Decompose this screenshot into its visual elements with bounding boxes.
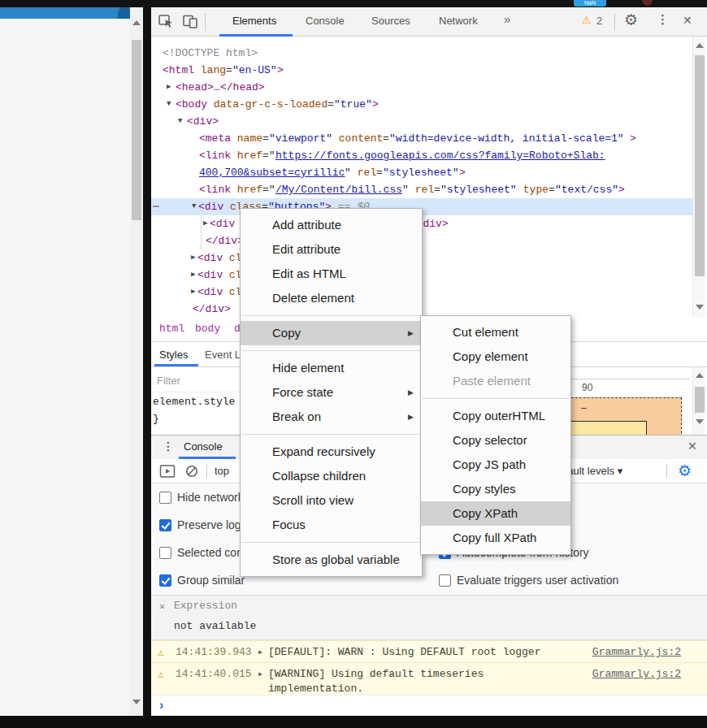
expand-arrow-icon[interactable]: ▶: [203, 215, 207, 232]
menu-item-edit-as-html[interactable]: Edit as HTML: [241, 262, 422, 286]
close-drawer-icon[interactable]: ✕: [687, 440, 697, 453]
expression-close-icon[interactable]: ✕: [159, 600, 165, 613]
code-token: =": [262, 147, 275, 164]
menu-item-force-state[interactable]: Force state▶: [241, 380, 422, 405]
menu-item-copy-full-xpath[interactable]: Copy full XPath: [421, 526, 570, 550]
dom-row[interactable]: 400,700&subset=cyrillic" rel="stylesheet…: [151, 164, 692, 181]
tab-styles[interactable]: Styles: [159, 349, 188, 361]
checkbox[interactable]: [159, 519, 171, 531]
console-settings-gear-icon[interactable]: ⚙: [678, 462, 692, 480]
expand-arrow-icon[interactable]: ▶: [191, 284, 195, 301]
checkbox[interactable]: [439, 574, 451, 587]
styles-scrollbar[interactable]: [692, 367, 705, 435]
tab-elements[interactable]: Elements: [232, 15, 276, 27]
console-prompt[interactable]: ›: [151, 695, 707, 716]
menu-item-expand-recursively[interactable]: Expand recursively: [241, 440, 422, 464]
expand-arrow-icon[interactable]: ▼: [178, 113, 182, 130]
dom-row[interactable]: <!DOCTYPE html>: [151, 45, 692, 62]
box-model-border[interactable]: [569, 421, 647, 435]
console-warning-row[interactable]: ⚠ 14:41:40.015 ▶ [WARNING] Using default…: [151, 662, 707, 695]
elements-scrollbar-thumb[interactable]: [695, 55, 705, 276]
expand-arrow-icon[interactable]: ▶: [191, 249, 195, 266]
menu-item-add-attribute[interactable]: Add attribute: [241, 213, 422, 237]
more-options-icon[interactable]: ⋮: [657, 12, 669, 27]
expand-triangle-icon[interactable]: ▶: [258, 648, 262, 656]
tree-guide-line: [201, 215, 202, 249]
toolbar-separator: [206, 464, 207, 479]
dom-row[interactable]: ▼<body data-gr-c-s-loaded="true">: [151, 96, 692, 113]
expand-arrow-icon[interactable]: ▶: [191, 266, 195, 284]
console-sidebar-icon[interactable]: [159, 464, 176, 482]
menu-item-copy-outerhtml[interactable]: Copy outerHTML: [421, 404, 570, 428]
warning-count[interactable]: 2: [596, 15, 602, 27]
dom-row[interactable]: <meta name="viewport" content="width=dev…: [151, 130, 692, 147]
tab-network[interactable]: Network: [439, 15, 478, 27]
clear-console-icon[interactable]: [185, 465, 198, 481]
expand-arrow-icon[interactable]: ▼: [167, 96, 171, 113]
console-context-dropdown[interactable]: top: [215, 465, 229, 477]
settings-gear-icon[interactable]: ⚙: [624, 11, 638, 29]
tab-console[interactable]: Console: [306, 15, 345, 27]
console-warning-row[interactable]: ⚠ 14:41:39.943 ▶ [DEFAULT]: WARN : Using…: [151, 640, 707, 662]
submenu-arrow-icon: ▶: [408, 380, 414, 405]
message-source-link[interactable]: Grammarly.js:2: [592, 668, 681, 680]
expand-arrow-icon[interactable]: ▼: [192, 198, 196, 215]
tab-console-drawer[interactable]: Console: [184, 440, 223, 453]
dom-row[interactable]: ▼<div>: [151, 113, 692, 130]
attribute-link[interactable]: https://fonts.googleapis.com/css?family=…: [275, 147, 605, 164]
dom-row[interactable]: <html lang="en-US">: [151, 62, 692, 79]
menu-item-copy-element[interactable]: Copy element: [421, 344, 570, 369]
crumb-body[interactable]: body: [195, 323, 220, 335]
menu-item-collapse-children[interactable]: Collapse children: [241, 464, 422, 488]
drawer-menu-dots-icon[interactable]: ⋮: [163, 440, 174, 453]
menu-item-copy-selector[interactable]: Copy selector: [421, 428, 570, 453]
close-devtools-icon[interactable]: ✕: [683, 14, 692, 27]
menu-item-copy-xpath[interactable]: Copy XPath: [421, 501, 570, 526]
elements-scrollbar[interactable]: [692, 37, 705, 317]
expand-arrow-icon[interactable]: ▶: [167, 79, 171, 96]
menu-item-scroll-into-view[interactable]: Scroll into view: [241, 488, 422, 513]
code-token: rel: [351, 164, 376, 181]
message-source-link[interactable]: Grammarly.js:2: [592, 646, 681, 658]
attribute-link[interactable]: /My/Content/bill.css: [275, 181, 402, 198]
menu-item-focus[interactable]: Focus: [241, 513, 422, 537]
box-model-widget[interactable]: 90 –: [563, 367, 692, 435]
scroll-up-arrow-icon[interactable]: [696, 373, 704, 378]
dom-row[interactable]: ▶<head>…</head>: [151, 79, 692, 96]
menu-item-copy-js-path[interactable]: Copy JS path: [421, 453, 570, 477]
checkbox[interactable]: [159, 547, 171, 559]
scroll-down-arrow-icon[interactable]: [696, 419, 704, 424]
crumb-html[interactable]: html: [159, 323, 184, 335]
expand-triangle-icon[interactable]: ▶: [258, 670, 262, 678]
page-scrollbar[interactable]: [130, 7, 143, 716]
menu-item-copy-styles[interactable]: Copy styles: [421, 477, 570, 501]
devtools-divider[interactable]: [143, 7, 151, 716]
attribute-link[interactable]: 400,700&subset=cyrillic: [199, 164, 345, 181]
checkbox[interactable]: [159, 492, 171, 504]
scroll-up-arrow-icon[interactable]: [696, 43, 704, 48]
menu-item-copy[interactable]: Copy▶: [241, 321, 422, 345]
dom-row[interactable]: <link href="/My/Content/bill.css" rel="s…: [151, 181, 692, 198]
styles-scrollbar-thumb[interactable]: [695, 387, 705, 413]
menu-item-edit-attribute[interactable]: Edit attribute: [241, 237, 422, 262]
menu-item-cut-element[interactable]: Cut element: [421, 320, 570, 344]
code-token: "text/css": [555, 181, 618, 198]
checkbox[interactable]: [159, 574, 171, 587]
inspect-element-icon[interactable]: [158, 13, 174, 29]
menu-item-hide-element[interactable]: Hide element: [241, 356, 422, 380]
menu-item-store-as-global-variable[interactable]: Store as global variable: [241, 548, 422, 572]
menu-item-break-on[interactable]: Break on▶: [241, 405, 422, 429]
page-scrollbar-thumb[interactable]: [132, 40, 141, 220]
dom-row[interactable]: <link href="https://fonts.googleapis.com…: [151, 147, 692, 164]
setting-evaluate-triggers-user-activation[interactable]: Evaluate triggers user activation: [439, 574, 707, 590]
scroll-up-arrow-icon[interactable]: [132, 20, 141, 25]
warning-icon[interactable]: ⚠: [582, 14, 592, 26]
tab-sources[interactable]: Sources: [371, 15, 410, 27]
more-tabs-icon[interactable]: »: [504, 12, 510, 26]
code-token: href: [231, 147, 262, 164]
menu-item-delete-element[interactable]: Delete element: [241, 286, 422, 310]
menu-item-paste-element[interactable]: Paste element: [421, 369, 570, 393]
scroll-down-arrow-icon[interactable]: [696, 305, 704, 310]
device-toolbar-icon[interactable]: [182, 13, 198, 29]
scroll-down-arrow-icon[interactable]: [132, 700, 141, 704]
